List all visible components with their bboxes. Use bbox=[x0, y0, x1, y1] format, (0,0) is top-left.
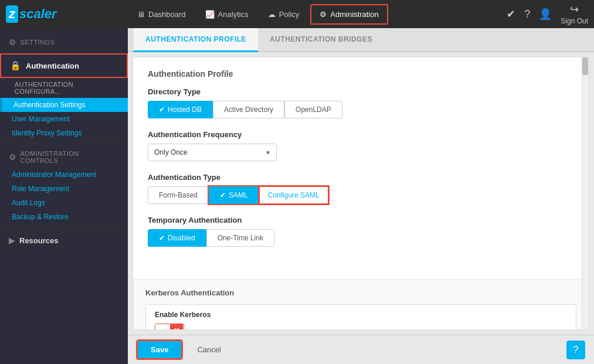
sidebar-backup-restore-label: Backup & Restore bbox=[12, 213, 69, 221]
enable-kerberos-label: Enable Kerberos bbox=[155, 311, 567, 319]
auth-frequency-label: Authentication Frequency bbox=[148, 130, 574, 139]
tab-profile-label: AUTHENTICATION PROFILE bbox=[145, 35, 246, 43]
auth-type-label: Authentication Type bbox=[148, 173, 574, 182]
sidebar-settings-label: Settings bbox=[21, 39, 55, 46]
sidebar-divider-1 bbox=[0, 143, 128, 144]
main-content-card: Authentication Profile Directory Type ✔ … bbox=[133, 57, 589, 330]
tab-bridges-label: AUTHENTICATION BRIDGES bbox=[270, 35, 372, 43]
sidebar-auth-settings[interactable]: Authentication Settings bbox=[0, 98, 128, 112]
hosted-db-check-icon: ✔ bbox=[159, 106, 165, 114]
disabled-check-icon: ✔ bbox=[159, 234, 165, 242]
sidebar-administrator-management-label: Administrator Management bbox=[12, 171, 96, 179]
openldap-button[interactable]: OpenLDAP bbox=[284, 101, 342, 118]
directory-type-label: Directory Type bbox=[148, 87, 574, 96]
disabled-button[interactable]: ✔ Disabled bbox=[148, 229, 206, 247]
todo-icon[interactable]: ✔ bbox=[507, 8, 515, 21]
logo-text: scaler bbox=[19, 6, 57, 22]
sidebar-role-management[interactable]: Role Management bbox=[0, 182, 128, 196]
form-based-button[interactable]: Form-Based bbox=[148, 186, 209, 204]
temp-auth-group: Temporary Authentication ✔ Disabled One-… bbox=[148, 216, 574, 247]
sidebar-resources-label: Resources bbox=[19, 236, 58, 245]
sidebar-user-management-label: User Management bbox=[12, 115, 70, 123]
help-float-button[interactable]: ? bbox=[566, 341, 585, 359]
user-icon[interactable]: 👤 bbox=[539, 8, 552, 21]
main-layout: ⚙ Settings 🔒 Authentication AUTHENTICATI… bbox=[0, 28, 594, 364]
sidebar-divider-2 bbox=[0, 227, 128, 227]
kerberos-inner: Enable Kerberos ✕ bbox=[145, 304, 576, 330]
settings-icon: ⚙ bbox=[9, 38, 17, 47]
sidebar-identity-proxy-label: Identity Proxy Settings bbox=[12, 129, 82, 137]
sidebar: ⚙ Settings 🔒 Authentication AUTHENTICATI… bbox=[0, 28, 128, 364]
kerberos-toggle[interactable]: ✕ bbox=[155, 324, 184, 330]
sidebar-user-management[interactable]: User Management bbox=[0, 112, 128, 126]
configure-saml-label: Configure SAML bbox=[268, 191, 320, 199]
policy-icon: ☁ bbox=[268, 10, 276, 19]
dashboard-icon: 🖥 bbox=[137, 10, 145, 19]
saml-button[interactable]: ✔ SAML bbox=[209, 186, 259, 204]
directory-type-buttons: ✔ Hosted DB Active Directory OpenLDAP bbox=[148, 101, 574, 118]
nav-administration-label: Administration bbox=[330, 10, 378, 19]
kerberos-section: Kerberos Authentication Enable Kerberos … bbox=[133, 279, 589, 330]
top-navigation: z scaler 🖥 Dashboard 📈 Analytics ☁ Polic… bbox=[0, 0, 594, 28]
analytics-icon: 📈 bbox=[205, 10, 215, 19]
tab-authentication-profile[interactable]: AUTHENTICATION PROFILE bbox=[134, 28, 258, 52]
tabs-bar: AUTHENTICATION PROFILE AUTHENTICATION BR… bbox=[128, 28, 594, 52]
openldap-label: OpenLDAP bbox=[296, 106, 331, 114]
saml-check-icon: ✔ bbox=[220, 191, 226, 199]
form-based-label: Form-Based bbox=[159, 191, 198, 199]
sidebar-auth-config[interactable]: AUTHENTICATION CONFIGURA... bbox=[0, 78, 128, 98]
content-area: AUTHENTICATION PROFILE AUTHENTICATION BR… bbox=[128, 28, 594, 364]
sidebar-audit-logs-label: Audit Logs bbox=[12, 199, 45, 207]
toggle-white-side bbox=[155, 324, 168, 330]
sidebar-admin-controls-header: ⚙ ADMINISTRATION CONTROLS bbox=[0, 147, 128, 168]
sidebar-auth-settings-label: Authentication Settings bbox=[13, 101, 86, 109]
sidebar-resources[interactable]: ▶ Resources bbox=[0, 230, 128, 251]
scrollbar-thumb[interactable] bbox=[582, 57, 588, 75]
sidebar-identity-proxy[interactable]: Identity Proxy Settings bbox=[0, 126, 128, 140]
sign-out-button[interactable]: ↪ Sign Out bbox=[561, 3, 588, 25]
hosted-db-label: Hosted DB bbox=[168, 106, 202, 114]
temp-auth-label: Temporary Authentication bbox=[148, 216, 574, 224]
admin-controls-icon: ⚙ bbox=[9, 152, 17, 162]
kerberos-title: Kerberos Authentication bbox=[145, 288, 576, 297]
sign-out-label: Sign Out bbox=[561, 17, 588, 25]
nav-policy[interactable]: ☁ Policy bbox=[260, 5, 308, 23]
auth-frequency-group: Authentication Frequency Only Once Every… bbox=[148, 130, 574, 161]
nav-analytics-label: Analytics bbox=[218, 10, 249, 19]
help-icon[interactable]: ? bbox=[524, 8, 530, 21]
configure-saml-button[interactable]: Configure SAML bbox=[259, 186, 328, 204]
sidebar-role-management-label: Role Management bbox=[12, 185, 69, 193]
active-directory-label: Active Directory bbox=[224, 106, 273, 114]
sidebar-admin-controls-label: ADMINISTRATION CONTROLS bbox=[21, 150, 120, 164]
administration-icon: ⚙ bbox=[320, 10, 327, 19]
sidebar-authentication[interactable]: 🔒 Authentication bbox=[0, 53, 128, 78]
sidebar-settings-section: ⚙ Settings bbox=[0, 28, 128, 53]
scrollbar-track[interactable] bbox=[582, 57, 589, 329]
active-directory-button[interactable]: Active Directory bbox=[213, 101, 284, 118]
auth-type-buttons: Form-Based ✔ SAML Configure SAML bbox=[148, 186, 574, 204]
sign-out-icon: ↪ bbox=[570, 3, 579, 16]
cancel-button[interactable]: Cancel bbox=[188, 341, 229, 358]
auth-frequency-select-wrapper: Only Once Every Login Cookie Based bbox=[148, 144, 277, 161]
save-button[interactable]: Save bbox=[137, 340, 182, 359]
nav-right-actions: ✔ ? 👤 ↪ Sign Out bbox=[507, 3, 588, 25]
saml-label: SAML bbox=[229, 191, 248, 199]
lock-icon: 🔒 bbox=[10, 60, 21, 71]
nav-items: 🖥 Dashboard 📈 Analytics ☁ Policy ⚙ Admin… bbox=[129, 4, 507, 25]
sidebar-settings-header: ⚙ Settings bbox=[0, 34, 128, 50]
sidebar-backup-restore[interactable]: Backup & Restore bbox=[0, 210, 128, 224]
directory-type-group: Directory Type ✔ Hosted DB Active Direct… bbox=[148, 87, 574, 118]
authentication-profile-title: Authentication Profile bbox=[148, 69, 574, 79]
footer-bar: Save Cancel ? bbox=[128, 335, 594, 364]
nav-analytics[interactable]: 📈 Analytics bbox=[197, 5, 257, 23]
tab-authentication-bridges[interactable]: AUTHENTICATION BRIDGES bbox=[258, 28, 384, 52]
toggle-red-side: ✕ bbox=[170, 324, 183, 330]
nav-administration[interactable]: ⚙ Administration bbox=[310, 4, 388, 25]
sidebar-administrator-management[interactable]: Administrator Management bbox=[0, 168, 128, 182]
sidebar-audit-logs[interactable]: Audit Logs bbox=[0, 196, 128, 210]
one-time-link-button[interactable]: One-Time Link bbox=[206, 229, 274, 247]
resources-icon: ▶ bbox=[9, 236, 15, 245]
auth-frequency-select[interactable]: Only Once Every Login Cookie Based bbox=[148, 144, 277, 161]
hosted-db-button[interactable]: ✔ Hosted DB bbox=[148, 101, 213, 118]
nav-dashboard[interactable]: 🖥 Dashboard bbox=[129, 5, 194, 23]
